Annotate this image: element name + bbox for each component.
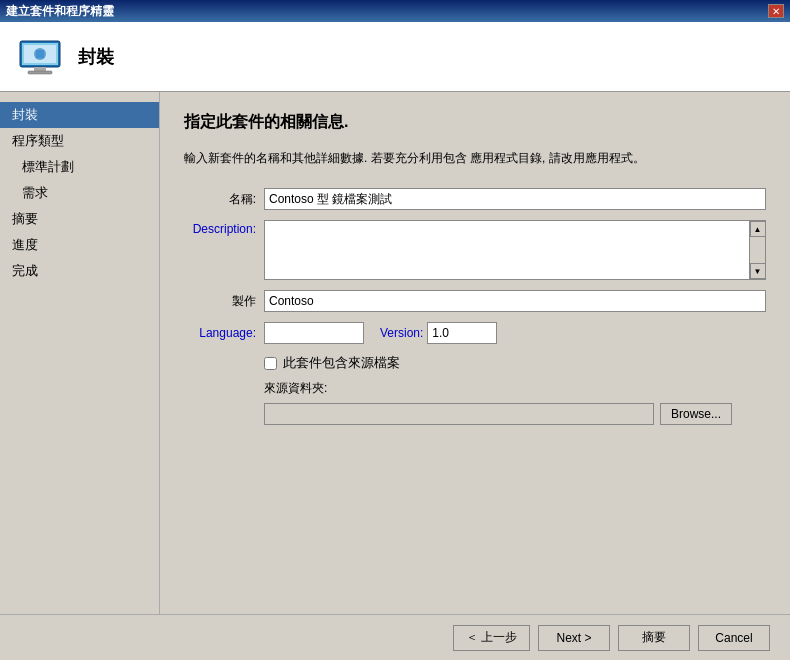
svg-rect-6	[36, 50, 44, 58]
sidebar-item-requirements[interactable]: 需求	[0, 180, 159, 206]
source-checkbox[interactable]	[264, 357, 277, 370]
language-label: Language:	[184, 326, 264, 340]
scroll-up-btn[interactable]: ▲	[750, 221, 766, 237]
titlebar: 建立套件和程序精靈 ✕	[0, 0, 790, 22]
svg-rect-2	[34, 67, 46, 71]
language-input[interactable]	[264, 322, 364, 344]
manufacturer-row: 製作	[184, 290, 766, 312]
checkbox-label[interactable]: 此套件包含來源檔案	[283, 354, 400, 372]
dialog-body: 封裝 程序類型 標準計劃 需求 摘要 進度 完成 指定此套件的相關信息. 輸入新…	[0, 92, 790, 614]
summary-button[interactable]: 摘要	[618, 625, 690, 651]
description-row: Description: ▲ ▼	[184, 220, 766, 280]
name-label: 名稱:	[184, 191, 264, 208]
checkbox-row: 此套件包含來源檔案	[264, 354, 766, 372]
name-row: 名稱:	[184, 188, 766, 210]
source-folder-label: 來源資料夾:	[264, 380, 327, 397]
manufacturer-label: 製作	[184, 293, 264, 310]
content-description: 輸入新套件的名稱和其他詳細數據. 若要充分利用包含 應用程式目錄, 請改用應用程…	[184, 149, 766, 168]
sidebar: 封裝 程序類型 標準計劃 需求 摘要 進度 完成	[0, 92, 160, 614]
close-button[interactable]: ✕	[768, 4, 784, 18]
content-title: 指定此套件的相關信息.	[184, 112, 766, 133]
source-input-row: Browse...	[264, 403, 766, 425]
sidebar-item-package[interactable]: 封裝	[0, 102, 159, 128]
header-title: 封裝	[78, 45, 114, 69]
description-textarea-container: ▲ ▼	[264, 220, 766, 280]
content-area: 指定此套件的相關信息. 輸入新套件的名稱和其他詳細數據. 若要充分利用包含 應用…	[160, 92, 790, 614]
dialog-footer: ＜ 上一步 Next > 摘要 Cancel	[0, 614, 790, 660]
source-folder-input[interactable]	[264, 403, 654, 425]
dialog: 封裝 封裝 程序類型 標準計劃 需求 摘要 進度 完成 指定此套件的相關信息. …	[0, 22, 790, 660]
dialog-header: 封裝	[0, 22, 790, 92]
sidebar-item-complete[interactable]: 完成	[0, 258, 159, 284]
back-button[interactable]: ＜ 上一步	[453, 625, 530, 651]
titlebar-title: 建立套件和程序精靈	[6, 3, 114, 20]
source-label-row: 來源資料夾:	[264, 380, 766, 397]
name-input[interactable]	[264, 188, 766, 210]
description-scrollbar[interactable]: ▲ ▼	[749, 221, 765, 279]
computer-icon	[16, 33, 64, 81]
version-input[interactable]	[427, 322, 497, 344]
sidebar-item-summary[interactable]: 摘要	[0, 206, 159, 232]
sidebar-item-program-type[interactable]: 程序類型	[0, 128, 159, 154]
language-version-row: Language: Version:	[184, 322, 766, 344]
scroll-down-btn[interactable]: ▼	[750, 263, 766, 279]
description-label: Description:	[184, 220, 264, 236]
sidebar-item-progress[interactable]: 進度	[0, 232, 159, 258]
cancel-button[interactable]: Cancel	[698, 625, 770, 651]
browse-button[interactable]: Browse...	[660, 403, 732, 425]
manufacturer-input[interactable]	[264, 290, 766, 312]
version-label: Version:	[380, 326, 423, 340]
description-textarea[interactable]	[265, 221, 749, 279]
svg-rect-3	[28, 71, 52, 74]
sidebar-item-standard-plan[interactable]: 標準計劃	[0, 154, 159, 180]
next-button[interactable]: Next >	[538, 625, 610, 651]
